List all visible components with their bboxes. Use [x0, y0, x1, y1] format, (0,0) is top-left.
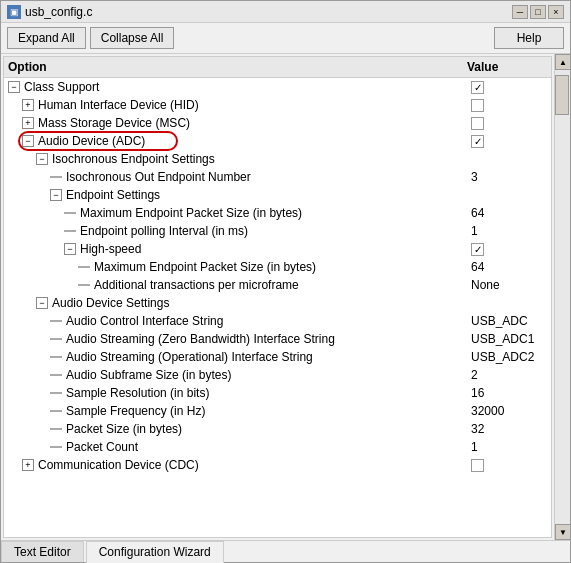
expand-icon[interactable]: +: [22, 99, 34, 111]
table-row[interactable]: Audio Subframe Size (in bytes)2: [4, 366, 551, 384]
leaf-icon: [78, 284, 90, 286]
main-window: ▣ usb_config.c ─ □ × Expand All Collapse…: [0, 0, 571, 563]
table-row[interactable]: −Isochronous Endpoint Settings: [4, 150, 551, 168]
value-cell: [471, 117, 551, 130]
table-row[interactable]: Maximum Endpoint Packet Size (in bytes)6…: [4, 204, 551, 222]
option-cell: Packet Count: [4, 440, 471, 454]
option-cell: −Audio Device Settings: [4, 296, 471, 310]
option-cell: Audio Streaming (Zero Bandwidth) Interfa…: [4, 332, 471, 346]
maximize-button[interactable]: □: [530, 5, 546, 19]
table-row[interactable]: +Communication Device (CDC): [4, 456, 551, 474]
title-bar-controls: ─ □ ×: [512, 5, 564, 19]
table-row[interactable]: Packet Count1: [4, 438, 551, 456]
expand-icon[interactable]: +: [22, 117, 34, 129]
checkbox[interactable]: [471, 117, 484, 130]
title-bar-left: ▣ usb_config.c: [7, 5, 92, 19]
value-text: 1: [471, 440, 478, 454]
table-row[interactable]: Endpoint polling Interval (in ms)1: [4, 222, 551, 240]
tree-container[interactable]: Option Value −Class Support+Human Interf…: [3, 56, 552, 538]
expand-icon[interactable]: +: [22, 459, 34, 471]
leaf-icon: [50, 320, 62, 322]
value-text: 64: [471, 206, 484, 220]
expand-all-button[interactable]: Expand All: [7, 27, 86, 49]
row-label: Communication Device (CDC): [38, 458, 199, 472]
value-cell: [471, 135, 551, 148]
leaf-icon: [64, 230, 76, 232]
help-button[interactable]: Help: [494, 27, 564, 49]
collapse-icon[interactable]: −: [50, 189, 62, 201]
table-row[interactable]: −High-speed: [4, 240, 551, 258]
collapse-icon[interactable]: −: [36, 297, 48, 309]
value-text: 1: [471, 224, 478, 238]
table-row[interactable]: Maximum Endpoint Packet Size (in bytes)6…: [4, 258, 551, 276]
option-cell: Packet Size (in bytes): [4, 422, 471, 436]
option-cell: Endpoint polling Interval (in ms): [4, 224, 471, 238]
close-button[interactable]: ×: [548, 5, 564, 19]
collapse-all-button[interactable]: Collapse All: [90, 27, 175, 49]
row-label: Endpoint polling Interval (in ms): [80, 224, 248, 238]
row-label: Sample Frequency (in Hz): [66, 404, 205, 418]
checkbox[interactable]: [471, 459, 484, 472]
row-label: Packet Count: [66, 440, 138, 454]
row-label: Isochronous Endpoint Settings: [52, 152, 215, 166]
option-cell: Sample Frequency (in Hz): [4, 404, 471, 418]
table-row[interactable]: −Class Support: [4, 78, 551, 96]
leaf-icon: [78, 266, 90, 268]
scroll-down-button[interactable]: ▼: [555, 524, 570, 540]
table-row[interactable]: Packet Size (in bytes)32: [4, 420, 551, 438]
scrollbar[interactable]: ▲ ▼: [554, 54, 570, 540]
leaf-icon: [50, 410, 62, 412]
checkbox[interactable]: [471, 243, 484, 256]
table-row[interactable]: Sample Resolution (in bits)16: [4, 384, 551, 402]
option-cell: Maximum Endpoint Packet Size (in bytes): [4, 206, 471, 220]
checkbox[interactable]: [471, 81, 484, 94]
table-row[interactable]: Audio Streaming (Zero Bandwidth) Interfa…: [4, 330, 551, 348]
window-title: usb_config.c: [25, 5, 92, 19]
collapse-icon[interactable]: −: [64, 243, 76, 255]
content-area: Option Value −Class Support+Human Interf…: [1, 54, 570, 540]
row-label: Isochronous Out Endpoint Number: [66, 170, 251, 184]
table-row[interactable]: Isochronous Out Endpoint Number3: [4, 168, 551, 186]
table-row[interactable]: Sample Frequency (in Hz)32000: [4, 402, 551, 420]
checkbox[interactable]: [471, 135, 484, 148]
value-text: 3: [471, 170, 478, 184]
option-cell: −Isochronous Endpoint Settings: [4, 152, 471, 166]
value-cell: None: [471, 278, 551, 292]
toolbar: Expand All Collapse All Help: [1, 23, 570, 54]
collapse-icon[interactable]: −: [8, 81, 20, 93]
value-cell: 1: [471, 224, 551, 238]
value-cell: [471, 99, 551, 112]
col-option-header: Option: [8, 60, 467, 74]
row-label: Audio Streaming (Zero Bandwidth) Interfa…: [66, 332, 335, 346]
collapse-icon[interactable]: −: [22, 135, 34, 147]
tab-configuration-wizard[interactable]: Configuration Wizard: [86, 541, 224, 563]
leaf-icon: [50, 176, 62, 178]
option-cell: +Human Interface Device (HID): [4, 98, 471, 112]
value-cell: 3: [471, 170, 551, 184]
option-cell: Audio Subframe Size (in bytes): [4, 368, 471, 382]
table-row[interactable]: −Audio Device Settings: [4, 294, 551, 312]
minimize-button[interactable]: ─: [512, 5, 528, 19]
row-label: Audio Control Interface String: [66, 314, 223, 328]
collapse-icon[interactable]: −: [36, 153, 48, 165]
row-label: Maximum Endpoint Packet Size (in bytes): [80, 206, 302, 220]
table-row[interactable]: −Endpoint Settings: [4, 186, 551, 204]
table-row[interactable]: Additional transactions per microframeNo…: [4, 276, 551, 294]
scroll-up-button[interactable]: ▲: [555, 54, 570, 70]
option-cell: Additional transactions per microframe: [4, 278, 471, 292]
table-row[interactable]: Audio Streaming (Operational) Interface …: [4, 348, 551, 366]
tab-text-editor[interactable]: Text Editor: [1, 541, 84, 562]
leaf-icon: [64, 212, 76, 214]
scroll-thumb[interactable]: [555, 75, 569, 115]
scroll-track[interactable]: [555, 70, 570, 524]
row-label: Packet Size (in bytes): [66, 422, 182, 436]
table-row[interactable]: −Audio Device (ADC): [4, 132, 551, 150]
table-row[interactable]: +Mass Storage Device (MSC): [4, 114, 551, 132]
value-cell: [471, 81, 551, 94]
table-row[interactable]: Audio Control Interface StringUSB_ADC: [4, 312, 551, 330]
checkbox[interactable]: [471, 99, 484, 112]
table-row[interactable]: +Human Interface Device (HID): [4, 96, 551, 114]
option-cell: Maximum Endpoint Packet Size (in bytes): [4, 260, 471, 274]
row-label: Mass Storage Device (MSC): [38, 116, 190, 130]
value-cell: 16: [471, 386, 551, 400]
